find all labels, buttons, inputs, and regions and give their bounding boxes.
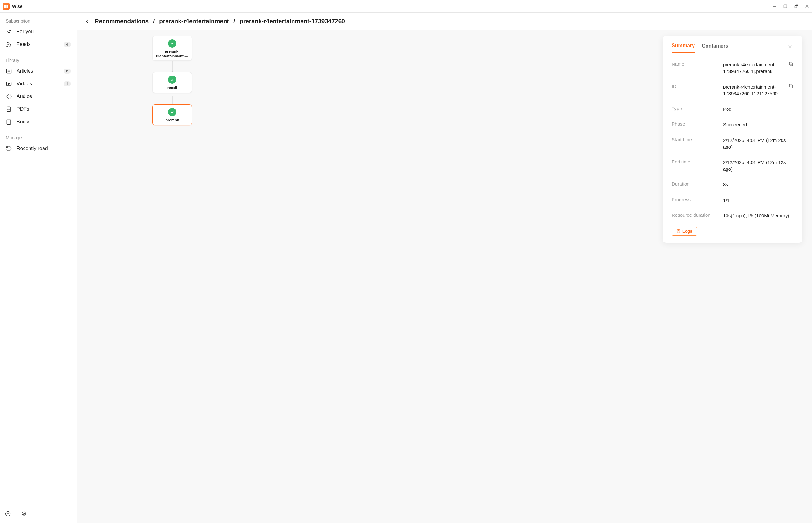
audio-icon <box>6 93 12 100</box>
svg-marker-11 <box>8 83 10 85</box>
kv-row-id: ID prerank-r4entertainment-1739347260-11… <box>672 79 794 101</box>
check-circle-icon <box>168 39 176 48</box>
hand-heart-icon <box>6 29 12 35</box>
article-icon <box>6 68 12 74</box>
dag-node-recall[interactable]: recall <box>153 72 192 93</box>
breadcrumb: Recommendations / prerank-r4entertainmen… <box>77 13 812 30</box>
sidebar-item-label: PDFs <box>17 106 29 112</box>
dag-graph[interactable]: prerank-r4entertainment-… recall <box>143 36 201 125</box>
kv-value: prerank-r4entertainment-1739347260-11211… <box>723 84 785 97</box>
sidebar-item-label: Audios <box>17 94 32 99</box>
kv-row-phase: Phase Succeeded <box>672 117 794 132</box>
kv-key: Progress <box>672 197 719 202</box>
kv-row-end: End time 2/12/2025, 4:01 PM (12m 12s ago… <box>672 155 794 177</box>
breadcrumb-item[interactable]: prerank-r4entertainment <box>159 18 229 25</box>
sidebar-item-label: Videos <box>17 81 32 87</box>
kv-key: Phase <box>672 121 719 127</box>
kv-key: ID <box>672 84 719 89</box>
sidebar-item-recently-read[interactable]: Recently read <box>0 142 76 155</box>
content-area[interactable]: prerank-r4entertainment-… recall <box>77 30 812 523</box>
badge-count: 6 <box>64 69 71 74</box>
sidebar-section-subscription: Subscription <box>0 17 76 25</box>
kv-value: 1/1 <box>723 197 794 203</box>
video-icon <box>6 80 12 87</box>
add-button[interactable] <box>4 510 12 517</box>
kv-row-name: Name prerank-r4entertainment-1739347260[… <box>672 57 794 79</box>
kv-value: 8s <box>723 181 794 188</box>
kv-value: 2/12/2025, 4:01 PM (12m 12s ago) <box>723 159 794 172</box>
svg-text:PDF: PDF <box>7 109 11 110</box>
svg-rect-24 <box>790 85 792 87</box>
logs-button-label: Logs <box>683 229 692 234</box>
copy-button[interactable] <box>789 61 794 66</box>
breadcrumb-back-button[interactable] <box>85 18 90 24</box>
sidebar-item-pdfs[interactable]: PDF PDFs <box>0 103 76 115</box>
kv-row-type: Type Pod <box>672 101 794 117</box>
history-icon <box>6 145 12 152</box>
sidebar-item-for-you[interactable]: For you <box>0 25 76 38</box>
details-kv-list: Name prerank-r4entertainment-1739347260[… <box>672 57 794 223</box>
kv-key: Name <box>672 61 719 67</box>
window-close-button[interactable] <box>805 4 810 9</box>
book-icon <box>6 119 12 125</box>
titlebar: Wise <box>0 0 812 13</box>
sidebar-item-label: Books <box>17 119 31 125</box>
sidebar-item-audios[interactable]: Audios <box>0 90 76 103</box>
breadcrumb-separator: / <box>234 18 235 25</box>
svg-rect-1 <box>784 5 787 7</box>
window-popout-button[interactable] <box>794 4 799 9</box>
breadcrumb-item[interactable]: prerank-r4entertainment-1739347260 <box>240 18 345 25</box>
svg-point-18 <box>23 513 25 515</box>
svg-rect-21 <box>790 63 792 66</box>
breadcrumb-item[interactable]: Recommendations <box>95 18 149 25</box>
dag-node-prerank[interactable]: prerank <box>153 104 192 125</box>
rss-icon <box>6 41 12 48</box>
kv-value: 13s(1 cpu),13s(100Mi Memory) <box>723 212 794 219</box>
kv-row-start: Start time 2/12/2025, 4:01 PM (12m 20s a… <box>672 132 794 155</box>
dag-node-label: recall <box>168 86 177 90</box>
details-tabs: Summary Containers <box>672 40 794 53</box>
sidebar-item-books[interactable]: Books <box>0 115 76 128</box>
tab-summary[interactable]: Summary <box>672 40 695 53</box>
kv-row-resource: Resource duration 13s(1 cpu),13s(100Mi M… <box>672 208 794 223</box>
main-pane: Recommendations / prerank-r4entertainmen… <box>77 13 812 523</box>
check-circle-icon <box>168 108 176 116</box>
kv-key: End time <box>672 159 719 164</box>
dag-edge <box>172 61 173 71</box>
sidebar-item-feeds[interactable]: Feeds 4 <box>0 38 76 51</box>
logs-button[interactable]: Logs <box>672 227 697 236</box>
window-minimize-button[interactable] <box>772 4 777 9</box>
logs-icon <box>676 229 680 233</box>
svg-rect-7 <box>7 69 12 73</box>
tab-containers[interactable]: Containers <box>702 41 728 53</box>
pdf-icon: PDF <box>6 106 12 112</box>
badge-count: 4 <box>64 42 71 47</box>
kv-key: Type <box>672 106 719 111</box>
svg-rect-22 <box>790 62 792 65</box>
kv-row-duration: Duration 8s <box>672 177 794 192</box>
window-maximize-button[interactable] <box>783 4 788 9</box>
sidebar-item-label: Recently read <box>17 146 48 151</box>
badge-count: 1 <box>64 81 71 86</box>
kv-value: Succeeded <box>723 121 794 128</box>
details-panel: Summary Containers Name prerank-r4entert… <box>663 36 802 243</box>
sidebar-section-library: Library <box>0 56 76 65</box>
copy-button[interactable] <box>789 84 794 89</box>
sidebar: Subscription For you Feeds 4 Library <box>0 13 77 523</box>
sidebar-item-label: Feeds <box>17 41 31 47</box>
sidebar-item-videos[interactable]: Videos 1 <box>0 77 76 90</box>
sidebar-item-label: For you <box>17 29 34 35</box>
dag-node-root[interactable]: prerank-r4entertainment-… <box>153 36 192 60</box>
breadcrumb-separator: / <box>153 18 155 25</box>
svg-point-6 <box>7 46 7 47</box>
svg-rect-23 <box>790 85 792 88</box>
kv-row-progress: Progress 1/1 <box>672 192 794 208</box>
sidebar-item-articles[interactable]: Articles 6 <box>0 65 76 77</box>
kv-key: Resource duration <box>672 212 719 218</box>
settings-button[interactable] <box>20 510 27 517</box>
kv-value: 2/12/2025, 4:01 PM (12m 20s ago) <box>723 137 794 150</box>
close-panel-button[interactable] <box>787 43 794 50</box>
dag-node-label: prerank <box>166 118 179 123</box>
kv-key: Duration <box>672 181 719 186</box>
kv-key: Start time <box>672 137 719 142</box>
